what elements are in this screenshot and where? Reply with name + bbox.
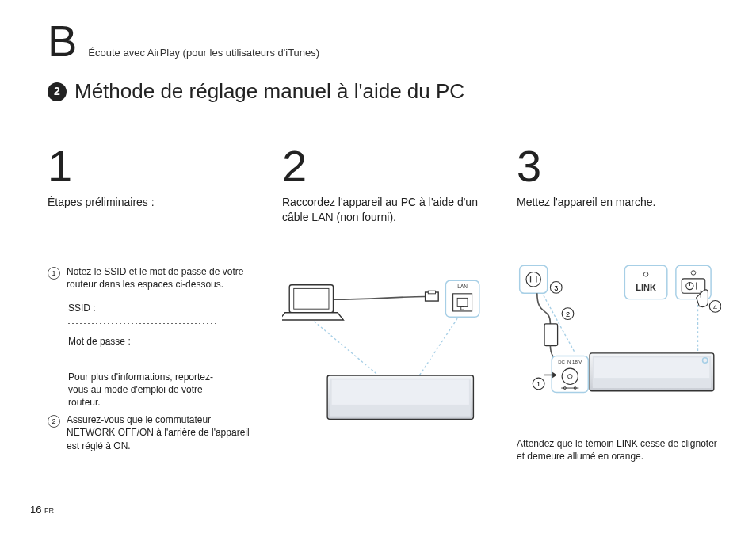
svg-text:1: 1 — [536, 380, 540, 388]
substep-1: 1 Notez le SSID et le mot de passe de vo… — [48, 265, 252, 291]
header-subtitle: Écoute avec AirPlay (pour les utilisateu… — [88, 46, 319, 60]
title-row: 2 Méthode de réglage manuel à l'aide du … — [48, 78, 721, 112]
svg-text:4: 4 — [713, 303, 717, 311]
step-number-3: 3 — [517, 144, 721, 188]
main-title: Méthode de réglage manuel à l'aide du PC — [74, 78, 464, 105]
circled-1-icon: 1 — [48, 267, 60, 280]
dc-in-callout: DC IN 18 V — [552, 356, 588, 392]
col-3: 3 Mettez l'appareil en marche. — [517, 144, 721, 463]
step-number-1: 1 — [48, 144, 252, 188]
wall-outlet-callout — [520, 265, 548, 293]
diagram-power-on: 3 2 DC IN 18 V — [517, 259, 721, 425]
section-header: B Écoute avec AirPlay (pour les utilisat… — [48, 19, 721, 63]
col-2: 2 Raccordez l'appareil au PC à l'aide d'… — [282, 144, 487, 463]
step-3-heading: Mettez l'appareil en marche. — [517, 195, 721, 210]
step-3-note: Attendez que le témoin LINK cesse de cli… — [517, 437, 721, 463]
svg-rect-15 — [520, 265, 548, 293]
lan-port-callout: LAN — [445, 280, 479, 317]
page-number: 16 FR — [30, 503, 54, 517]
ssid-label: SSID : — [68, 302, 252, 314]
section-letter: B — [48, 19, 77, 63]
step-2-heading: Raccordez l'appareil au PC à l'aide d'un… — [282, 195, 487, 225]
lan-label: LAN — [457, 284, 468, 289]
substep-1-text: Notez le SSID et le mot de passe de votr… — [67, 265, 252, 291]
substep-2-text: Assurez-vous que le commutateur NETWORK … — [67, 413, 252, 452]
svg-text:3: 3 — [554, 284, 558, 292]
link-indicator-callout: LINK — [624, 265, 666, 299]
svg-rect-12 — [332, 379, 469, 404]
speaker-icon — [327, 375, 473, 419]
dc-in-label: DC IN 18 V — [558, 360, 582, 364]
col-1: 1 Étapes préliminaires : 1 Notez le SSID… — [48, 144, 252, 463]
step-1-heading: Étapes préliminaires : — [48, 195, 252, 210]
circled-3-icon: 3 — [550, 282, 562, 294]
circled-2-icon: 2 — [562, 308, 574, 320]
circled-1-icon: 1 — [533, 378, 544, 390]
power-button-callout — [676, 265, 711, 306]
circled-2-icon: 2 — [48, 415, 60, 428]
svg-rect-7 — [453, 294, 472, 311]
svg-text:2: 2 — [566, 310, 570, 318]
svg-rect-5 — [428, 291, 435, 294]
password-label: Mot de passe : — [68, 335, 252, 348]
speaker-icon — [590, 353, 714, 391]
page-number-value: 16 — [30, 504, 41, 516]
step-badge: 2 — [48, 82, 67, 101]
laptop-icon — [282, 285, 343, 320]
page-number-suffix: FR — [44, 507, 54, 515]
svg-line-1 — [419, 318, 457, 375]
ac-adapter-icon — [544, 324, 558, 346]
router-footnote: Pour plus d'informations, reportez-vous … — [68, 371, 231, 409]
ssid-blank-line — [68, 323, 219, 324]
password-blank-line — [68, 356, 219, 356]
circled-4-icon: 4 — [709, 300, 721, 312]
step-number-2: 2 — [282, 144, 487, 188]
substep-2: 2 Assurez-vous que le commutateur NETWOR… — [48, 413, 252, 452]
svg-rect-43 — [594, 357, 710, 378]
lan-connector-icon — [426, 291, 439, 301]
diagram-lan-connection: LAN — [282, 274, 487, 440]
link-label: LINK — [636, 283, 656, 292]
columns: 1 Étapes préliminaires : 1 Notez le SSID… — [48, 144, 721, 463]
svg-rect-2 — [289, 285, 333, 313]
svg-line-0 — [315, 322, 379, 375]
page: B Écoute avec AirPlay (pour les utilisat… — [0, 0, 756, 533]
